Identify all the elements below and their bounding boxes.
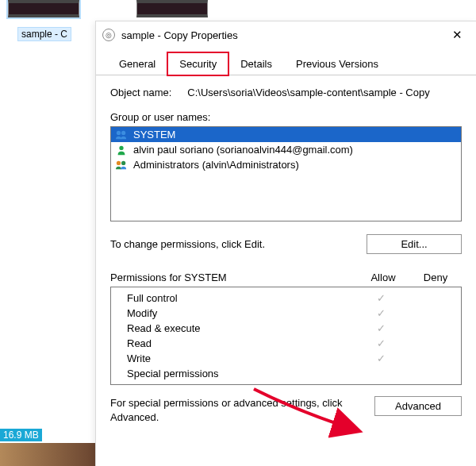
tab-security[interactable]: Security <box>167 52 228 75</box>
perm-row-special: Special permissions <box>111 366 461 381</box>
principal-item-system[interactable]: SYSTEM <box>111 127 461 142</box>
principal-label: alvin paul soriano (sorianoalvin444@gmai… <box>133 144 353 156</box>
principal-item-administrators[interactable]: Administrators (alvin\Administrators) <box>111 157 461 172</box>
allow-check-icon: ✓ <box>355 322 407 334</box>
permissions-for-label: Permissions for SYSTEM <box>110 272 357 283</box>
video-thumbnail[interactable] <box>0 443 95 466</box>
group-names-label: Group or user names: <box>110 111 462 123</box>
allow-check-icon: ✓ <box>355 307 407 319</box>
object-name-label: Object name: <box>110 87 171 98</box>
video-thumbnail[interactable] <box>136 0 208 17</box>
thumbnail-label: sample - C <box>17 27 71 41</box>
tab-details[interactable]: Details <box>228 52 284 75</box>
edit-button[interactable]: Edit... <box>367 234 462 254</box>
window-icon: ◎ <box>102 29 115 41</box>
close-icon: ✕ <box>452 28 463 42</box>
svg-point-4 <box>121 160 125 164</box>
principal-label: Administrators (alvin\Administrators) <box>133 159 299 171</box>
tab-previous-versions[interactable]: Previous Versions <box>284 52 390 75</box>
object-name-value: C:\Users\soria\Videos\sample-content\sam… <box>187 87 462 98</box>
svg-point-0 <box>117 130 121 134</box>
perm-row-full-control: Full control ✓ <box>111 291 461 306</box>
tab-strip: General Security Details Previous Versio… <box>96 48 476 75</box>
title-bar: ◎ sample - Copy Properties ✕ <box>96 21 476 48</box>
principals-listbox[interactable]: SYSTEM alvin paul soriano (sorianoalvin4… <box>110 126 462 221</box>
perm-label: Special permissions <box>127 368 355 379</box>
perm-row-read: Read ✓ <box>111 336 461 351</box>
svg-point-1 <box>121 130 125 134</box>
perm-row-read-execute: Read & execute ✓ <box>111 321 461 336</box>
users-pair-icon <box>114 160 129 171</box>
perm-label: Read & execute <box>127 322 355 334</box>
allow-check-icon: ✓ <box>355 292 407 304</box>
principal-label: SYSTEM <box>133 129 175 141</box>
permissions-listbox: Full control ✓ Modify ✓ Read & execute ✓… <box>110 287 462 385</box>
edit-hint: To change permissions, click Edit. <box>110 238 359 250</box>
allow-column-header: Allow <box>357 272 409 283</box>
perm-label: Read <box>127 337 355 349</box>
user-icon <box>114 144 129 156</box>
tab-general[interactable]: General <box>107 52 167 75</box>
perm-row-write: Write ✓ <box>111 351 461 366</box>
allow-check-icon: ✓ <box>355 352 407 364</box>
size-overlay: 16.9 MB <box>0 429 42 441</box>
close-button[interactable]: ✕ <box>441 23 473 47</box>
advanced-row: For special permissions or advanced sett… <box>110 396 462 424</box>
svg-point-2 <box>119 145 123 149</box>
perm-label: Modify <box>127 307 355 319</box>
window-title: sample - Copy Properties <box>121 29 441 41</box>
edit-row: To change permissions, click Edit. Edit.… <box>110 234 462 254</box>
video-thumbnail[interactable] <box>8 0 79 17</box>
security-pane: Object name: C:\Users\soria\Videos\sampl… <box>96 75 476 466</box>
allow-check-icon: ✓ <box>355 337 407 349</box>
users-pair-icon <box>114 129 129 141</box>
permissions-header: Permissions for SYSTEM Allow Deny <box>110 272 462 283</box>
object-name-row: Object name: C:\Users\soria\Videos\sampl… <box>110 87 462 98</box>
perm-row-modify: Modify ✓ <box>111 306 461 321</box>
advanced-button[interactable]: Advanced <box>374 396 462 416</box>
svg-point-3 <box>117 160 121 164</box>
perm-label: Write <box>127 352 355 364</box>
principal-item-user[interactable]: alvin paul soriano (sorianoalvin444@gmai… <box>111 142 461 157</box>
properties-dialog: ◎ sample - Copy Properties ✕ General Sec… <box>95 21 476 466</box>
deny-column-header: Deny <box>409 272 462 283</box>
perm-label: Full control <box>127 292 355 304</box>
advanced-hint: For special permissions or advanced sett… <box>110 396 367 424</box>
